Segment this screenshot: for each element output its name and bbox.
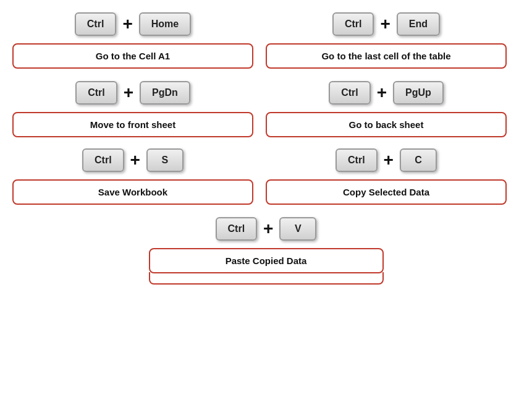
label-go-back-sheet: Go to back sheet [266,112,507,137]
key-ctrl-5: Ctrl [82,148,124,172]
label-move-front-sheet: Move to front sheet [12,112,253,137]
keys-row-go-back-sheet: Ctrl + PgUp [329,81,444,105]
key-ctrl-3: Ctrl [75,81,117,105]
label-copy-selected: Copy Selected Data [266,179,507,205]
key-ctrl-1: Ctrl [75,12,117,36]
plus-icon-1: + [122,15,132,33]
shortcut-row-2: Ctrl + PgDn Move to front sheet Ctrl + P… [12,81,520,137]
shortcuts-container: Ctrl + Home Go to the Cell A1 Ctrl + End… [12,12,520,285]
key-ctrl-6: Ctrl [336,148,378,172]
shortcut-go-last-cell: Ctrl + End Go to the last cell of the ta… [266,12,507,69]
plus-icon-7: + [263,220,273,238]
keys-row-paste-copied: Ctrl + V [216,217,317,241]
label-paste-copied: Paste Copied Data [149,248,384,273]
shortcut-save-workbook: Ctrl + S Save Workbook [12,148,253,205]
keys-row-copy-selected: Ctrl + C [336,148,437,172]
keys-row-move-front-sheet: Ctrl + PgDn [75,81,190,105]
plus-icon-5: + [130,152,140,169]
keys-row-save-workbook: Ctrl + S [82,148,184,172]
shortcut-row-4: Ctrl + V Paste Copied Data [12,217,520,285]
shortcut-row-3: Ctrl + S Save Workbook Ctrl + C Copy Sel… [12,148,520,205]
shortcut-paste-copied: Ctrl + V Paste Copied Data [149,217,384,285]
label-go-last-cell: Go to the last cell of the table [266,43,507,69]
key-home: Home [139,12,191,36]
key-v: V [279,217,316,241]
key-pgdn: PgDn [140,81,190,105]
plus-icon-3: + [124,84,133,101]
key-ctrl-2: Ctrl [332,12,374,36]
shortcut-row-1: Ctrl + Home Go to the Cell A1 Ctrl + End… [12,12,520,69]
keys-row-go-last-cell: Ctrl + End [332,12,440,36]
brace-decoration [149,272,384,285]
key-c: C [400,148,437,172]
plus-icon-6: + [384,152,394,169]
plus-icon-2: + [380,15,390,33]
shortcut-copy-selected: Ctrl + C Copy Selected Data [266,148,507,205]
label-save-workbook: Save Workbook [12,179,253,205]
key-end: End [397,12,440,36]
key-ctrl-7: Ctrl [216,217,258,241]
shortcut-move-front-sheet: Ctrl + PgDn Move to front sheet [12,81,253,137]
key-pgup: PgUp [393,81,444,105]
shortcut-go-back-sheet: Ctrl + PgUp Go to back sheet [266,81,507,137]
plus-icon-4: + [377,84,387,101]
key-ctrl-4: Ctrl [329,81,371,105]
keys-row-go-cell-a1: Ctrl + Home [75,12,191,36]
key-s: S [146,148,184,172]
label-go-cell-a1: Go to the Cell A1 [12,43,253,69]
shortcut-go-cell-a1: Ctrl + Home Go to the Cell A1 [12,12,253,69]
